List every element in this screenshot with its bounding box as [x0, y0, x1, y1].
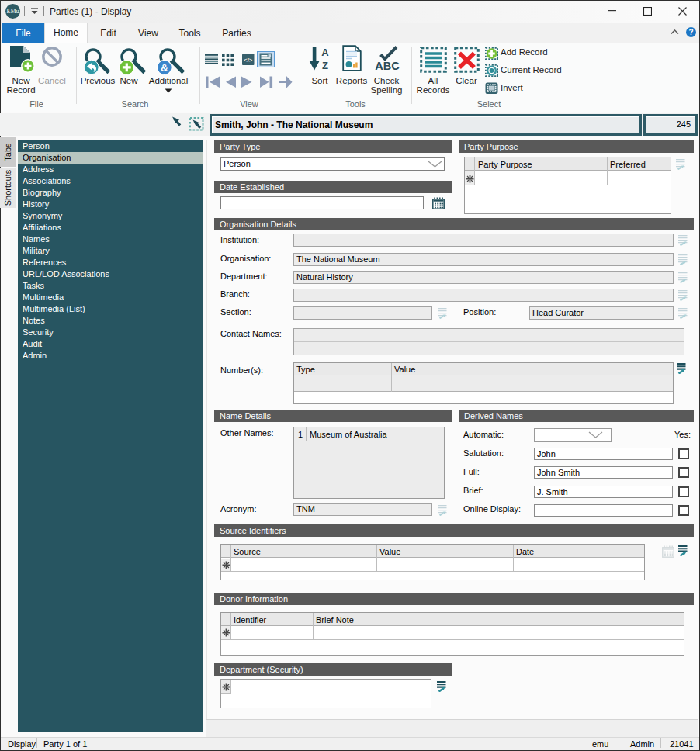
svg-text:&: & [161, 62, 168, 74]
svg-text:ABC: ABC [375, 60, 400, 72]
svg-text:A: A [321, 47, 329, 58]
svg-text:</>: </> [244, 57, 252, 64]
svg-text:Z: Z [322, 60, 328, 71]
